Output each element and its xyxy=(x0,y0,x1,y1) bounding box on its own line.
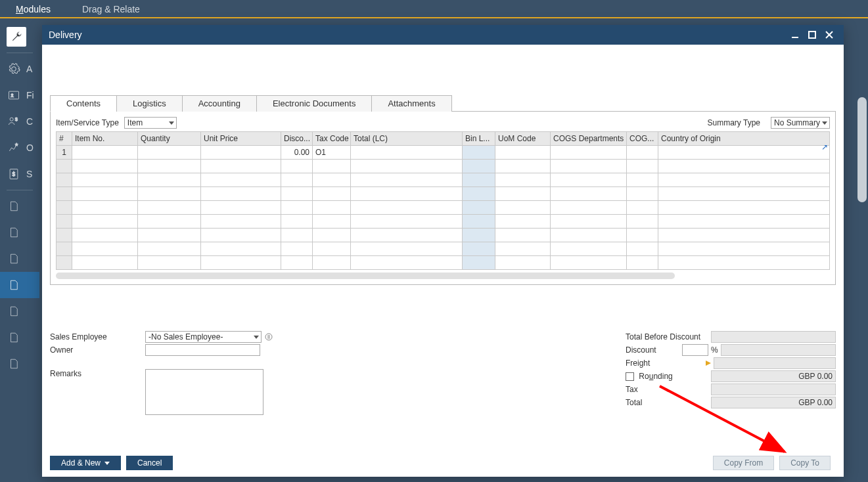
menu-modules[interactable]: Modules xyxy=(0,0,66,17)
sidebar-label: S xyxy=(26,169,32,179)
rounding-checkbox[interactable] xyxy=(626,372,634,381)
sidebar-label: C xyxy=(26,116,33,127)
col-quantity[interactable]: Quantity xyxy=(138,132,201,146)
sidebar-doc-5[interactable] xyxy=(0,298,39,324)
svg-point-2 xyxy=(10,118,13,121)
add-new-button[interactable]: Add & New xyxy=(50,456,121,470)
copy-from-button[interactable]: Copy From xyxy=(713,456,774,470)
total-before-discount-label: Total Before Discount xyxy=(626,332,711,341)
menu-drag-relate[interactable]: Drag & Relate xyxy=(66,0,156,17)
sidebar-crm[interactable]: $ C xyxy=(0,108,39,135)
minimize-button[interactable] xyxy=(787,27,803,43)
col-unitprice[interactable]: Unit Price xyxy=(201,132,281,146)
table-row[interactable] xyxy=(57,160,830,173)
svg-point-1 xyxy=(11,94,13,96)
table-row[interactable] xyxy=(57,187,830,201)
sidebar-doc-6[interactable] xyxy=(0,324,39,351)
sidebar-financials[interactable]: Fi xyxy=(0,82,39,108)
sidebar-sales[interactable]: $ S xyxy=(0,161,39,187)
col-num[interactable]: # xyxy=(57,132,72,146)
page-scrollbar[interactable] xyxy=(857,97,867,202)
chevron-down-icon xyxy=(104,462,110,465)
people-money-icon: $ xyxy=(7,114,21,129)
sidebar-doc-active[interactable] xyxy=(0,272,39,298)
tab-attachments[interactable]: Attachments xyxy=(371,95,451,112)
chart-star-icon xyxy=(7,141,21,155)
tab-accounting[interactable]: Accounting xyxy=(182,95,257,112)
col-cogs-dept[interactable]: COGS Departments xyxy=(551,132,627,146)
summary-type-select[interactable]: No Summary xyxy=(771,117,830,129)
copy-to-button[interactable]: Copy To xyxy=(779,456,831,470)
delivery-window: Delivery Contents Logistics Accounting E… xyxy=(42,25,844,477)
col-country[interactable]: Country of Origin xyxy=(658,132,830,146)
col-total[interactable]: Total (LC) xyxy=(351,132,463,146)
top-menu-bar: Modules Drag & Relate xyxy=(0,0,868,18)
col-binloc[interactable]: Bin L... xyxy=(463,132,495,146)
svg-text:$: $ xyxy=(15,116,18,122)
discount-value xyxy=(721,344,836,356)
table-row[interactable] xyxy=(57,256,830,270)
table-row[interactable] xyxy=(57,215,830,229)
cell-discount[interactable]: 0.00 xyxy=(281,146,313,160)
expand-grid-icon[interactable]: ↗ xyxy=(821,142,828,152)
item-service-type-select[interactable]: Item xyxy=(124,117,177,129)
table-row[interactable]: 1 0.00 O1 xyxy=(57,146,830,160)
window-title: Delivery xyxy=(49,30,82,40)
item-service-type-label: Item/Service Type xyxy=(56,118,119,127)
tabstrip: Contents Logistics Accounting Electronic… xyxy=(50,95,836,112)
dollar-doc-icon: $ xyxy=(7,167,21,181)
cell-country[interactable] xyxy=(658,146,830,160)
remarks-label: Remarks xyxy=(50,369,145,415)
owner-input[interactable] xyxy=(145,344,260,356)
remarks-textarea[interactable] xyxy=(145,369,263,415)
tab-logistics[interactable]: Logistics xyxy=(116,95,183,112)
col-itemno[interactable]: Item No. xyxy=(72,132,138,146)
sidebar-label: A xyxy=(26,64,32,74)
tab-contents[interactable]: Contents xyxy=(50,95,117,112)
line-items-grid[interactable]: # Item No. Quantity Unit Price Disco... … xyxy=(56,131,830,270)
freight-link-icon[interactable] xyxy=(706,361,711,366)
table-row[interactable] xyxy=(57,201,830,215)
gear-icon xyxy=(7,62,21,76)
sidebar-opportunities[interactable]: O xyxy=(0,135,39,161)
cell-uom[interactable] xyxy=(495,146,551,160)
table-row[interactable] xyxy=(57,229,830,242)
rounding-value: GBP 0.00 xyxy=(711,370,836,382)
sales-employee-label: Sales Employee xyxy=(50,332,145,341)
sidebar-doc-3[interactable] xyxy=(0,246,39,272)
cell-itemno[interactable] xyxy=(72,146,138,160)
sales-employee-detail-icon[interactable] xyxy=(264,332,273,341)
cell-tax[interactable]: O1 xyxy=(313,146,351,160)
tab-electronic-documents[interactable]: Electronic Documents xyxy=(256,95,372,112)
discount-percent-input[interactable] xyxy=(682,344,708,356)
cell-qty[interactable] xyxy=(138,146,201,160)
cell-cogs[interactable] xyxy=(627,146,658,160)
col-uom[interactable]: UoM Code xyxy=(495,132,551,146)
col-taxcode[interactable]: Tax Code xyxy=(313,132,351,146)
sidebar-tool[interactable] xyxy=(0,24,39,50)
maximize-button[interactable] xyxy=(804,27,820,43)
table-row[interactable] xyxy=(57,173,830,187)
sidebar-doc-7[interactable] xyxy=(0,351,39,377)
col-discount[interactable]: Disco... xyxy=(281,132,313,146)
rounding-checkbox-label[interactable]: Rounding xyxy=(626,372,711,381)
sidebar-admin[interactable]: A xyxy=(0,56,39,82)
cancel-button[interactable]: Cancel xyxy=(126,456,173,470)
document-icon xyxy=(7,304,21,318)
cell-binloc[interactable] xyxy=(463,146,495,160)
sidebar-doc-1[interactable] xyxy=(0,193,39,219)
document-icon xyxy=(7,252,21,266)
col-cogs[interactable]: COG... xyxy=(627,132,658,146)
cell-cogsdept[interactable] xyxy=(551,146,627,160)
sales-employee-select[interactable]: -No Sales Employee- xyxy=(145,331,262,343)
owner-label: Owner xyxy=(50,345,145,355)
table-row[interactable] xyxy=(57,242,830,256)
close-button[interactable] xyxy=(821,27,837,43)
total-value: GBP 0.00 xyxy=(711,397,836,408)
cell-unitprice[interactable] xyxy=(201,146,281,160)
sidebar-doc-2[interactable] xyxy=(0,219,39,246)
cell-total[interactable] xyxy=(351,146,463,160)
svg-rect-0 xyxy=(9,91,19,99)
tax-value xyxy=(711,383,836,395)
grid-hscrollbar[interactable] xyxy=(56,273,675,279)
